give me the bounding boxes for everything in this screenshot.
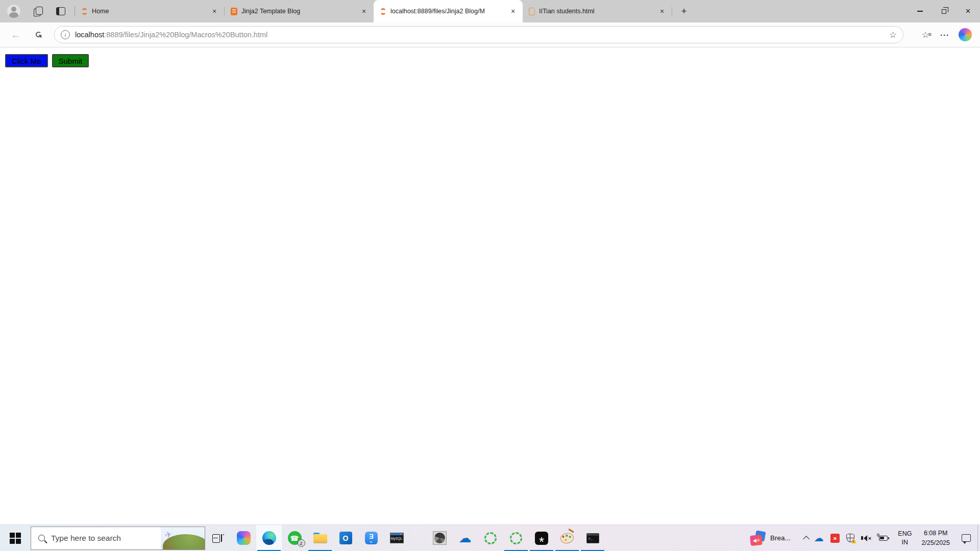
page-button-row: Click Me Submit: [5, 54, 980, 67]
outlook-icon: O: [339, 532, 352, 544]
taskbar-outlook-button[interactable]: O: [333, 525, 358, 551]
refresh-button[interactable]: ↻: [31, 27, 46, 42]
tab-jinja2-template-blog[interactable]: Jinja2 Template Blog ×: [225, 0, 374, 22]
edge-icon: [262, 531, 276, 545]
whatsapp-badge: 2: [298, 539, 305, 547]
volume-muted-icon[interactable]: ×: [861, 535, 871, 541]
task-view-button[interactable]: [205, 525, 231, 551]
taskbar-anaconda-navigator-button[interactable]: [503, 525, 529, 551]
search-highlight-illustration[interactable]: ✈: [161, 527, 205, 549]
taskbar-file-explorer-button[interactable]: [307, 525, 333, 551]
restore-button[interactable]: [932, 0, 956, 22]
site-info-icon[interactable]: i: [61, 30, 70, 39]
taskbar-edraw-button[interactable]: Ew: [358, 525, 384, 551]
presentation-app-icon: ◀≡: [750, 531, 766, 545]
task-view-icon: [212, 534, 224, 542]
url-path: :8889/files/Jinja2%20Blog/Macros%20Butto…: [104, 31, 267, 39]
tab-label: Jinja2 Template Blog: [241, 8, 354, 15]
window-button-label: Brea...: [770, 534, 791, 542]
battery-charging-icon[interactable]: [878, 535, 889, 541]
add-favorite-star-icon[interactable]: ☆: [889, 30, 897, 40]
favorites-button[interactable]: ☆ ≡: [918, 27, 933, 42]
terminal-icon: >_: [586, 533, 599, 543]
tab-list: Home × Jinja2 Template Blog × localhost:…: [75, 0, 672, 22]
click-me-button[interactable]: Click Me: [5, 54, 48, 67]
profile-avatar-icon[interactable]: [7, 5, 20, 18]
date: 2/25/2025: [921, 538, 950, 547]
taskbar-copilot-button[interactable]: [231, 525, 256, 551]
language-indicator[interactable]: ENG IN: [893, 530, 916, 547]
browser-left-controls: [0, 5, 75, 18]
time: 6:08 PM: [924, 529, 948, 538]
flowers-graphic: [163, 549, 205, 550]
red-sync-tray-icon[interactable]: »: [830, 534, 840, 543]
search-placeholder: Type here to search: [51, 534, 161, 543]
copilot-icon: [237, 531, 251, 545]
taskbar-clock[interactable]: 6:08 PM 2/25/2025: [916, 529, 955, 547]
close-icon: ×: [966, 6, 971, 16]
tab-separator: [672, 7, 672, 16]
url-text[interactable]: localhost:8889/files/Jinja2%20Blog/Macro…: [75, 31, 267, 39]
onedrive-tray-icon[interactable]: ☁: [814, 533, 824, 543]
web-page-content: Click Me Submit: [0, 47, 980, 524]
workspaces-icon[interactable]: [34, 7, 43, 16]
search-icon: [38, 535, 45, 541]
notification-icon: [962, 534, 971, 542]
onedrive-cloud-icon: ☁: [459, 532, 472, 544]
windows-taskbar: Type here to search ✈ ☎ 2 O Ew MySQL ☁: [0, 524, 980, 551]
url-host: localhost: [75, 31, 104, 39]
action-center-button[interactable]: [955, 525, 977, 551]
tab-iitian-students[interactable]: IITian students.html ×: [523, 0, 672, 22]
taskbar-onedrive-button[interactable]: ☁: [452, 525, 478, 551]
copilot-icon[interactable]: [959, 28, 972, 41]
plane-icon: ✈: [164, 529, 173, 541]
windows-security-shield-icon[interactable]: [846, 534, 854, 542]
tab-label: Home: [92, 8, 205, 15]
taskbar-search-box[interactable]: Type here to search ✈: [31, 527, 205, 550]
taskbar-window-button-brea[interactable]: ◀≡ Brea...: [745, 525, 796, 551]
taskbar-terminal-button[interactable]: >_: [580, 525, 605, 551]
close-window-button[interactable]: ×: [956, 0, 980, 22]
tab-home[interactable]: Home ×: [75, 0, 224, 22]
chatgpt-icon: *: [535, 532, 548, 545]
pie-chart-icon: [433, 531, 447, 545]
browser-tab-strip: Home × Jinja2 Template Blog × localhost:…: [0, 0, 980, 22]
tab-close-icon[interactable]: ×: [656, 6, 668, 17]
notebook-favicon: [231, 8, 237, 15]
minimize-button[interactable]: [908, 0, 932, 22]
tab-actions-menu-icon[interactable]: [56, 7, 65, 15]
edraw-icon: Ew: [365, 532, 378, 544]
settings-and-more-button[interactable]: ···: [940, 31, 949, 39]
anaconda-ring-icon: [510, 532, 522, 544]
restore-icon: [942, 9, 946, 14]
windows-logo-icon: [10, 533, 21, 544]
submit-button[interactable]: Submit: [52, 54, 89, 67]
tab-label: localhost:8889/files/Jinja2 Blog/M: [390, 8, 503, 15]
taskbar-paint-button[interactable]: [554, 525, 580, 551]
taskbar-chatgpt-button[interactable]: *: [529, 525, 554, 551]
hidden-icons-chevron[interactable]: [803, 536, 810, 542]
language-code: ENG: [898, 530, 912, 538]
taskbar-whatsapp-button[interactable]: ☎ 2: [282, 525, 307, 551]
taskbar-anaconda-button[interactable]: [478, 525, 503, 551]
system-tray: ☁ » ×: [796, 533, 893, 543]
address-bar[interactable]: i localhost:8889/files/Jinja2%20Blog/Mac…: [54, 26, 903, 43]
tab-label: IITian students.html: [539, 8, 652, 15]
tab-close-icon[interactable]: ×: [209, 6, 220, 17]
file-explorer-icon: [313, 533, 327, 543]
window-controls: ×: [908, 0, 980, 22]
start-button[interactable]: [0, 525, 31, 551]
loading-spinner-favicon: [380, 8, 386, 15]
minimize-icon: [917, 11, 923, 11]
tab-localhost-macros-button[interactable]: localhost:8889/files/Jinja2 Blog/M ×: [374, 0, 523, 22]
show-desktop-button[interactable]: [977, 525, 980, 551]
browser-toolbar: ← ↻ i localhost:8889/files/Jinja2%20Blog…: [0, 22, 980, 47]
taskbar-disk-analyzer-button[interactable]: [427, 525, 452, 551]
new-tab-button[interactable]: +: [676, 4, 692, 19]
taskbar-edge-button[interactable]: [256, 525, 282, 551]
tab-close-icon[interactable]: ×: [358, 6, 370, 17]
tab-close-icon[interactable]: ×: [507, 6, 519, 17]
taskbar-mysql-button[interactable]: MySQL: [384, 525, 409, 551]
back-button[interactable]: ←: [8, 27, 23, 42]
language-region: IN: [902, 538, 909, 547]
